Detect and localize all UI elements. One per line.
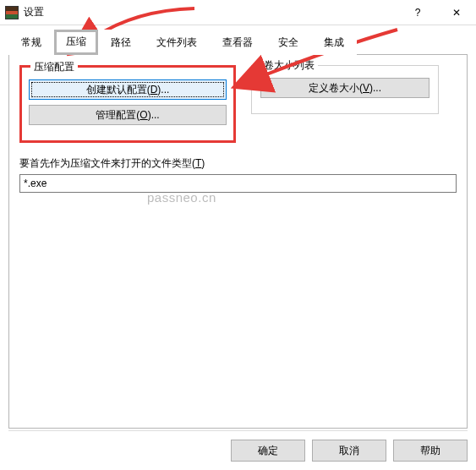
filetype-label: 要首先作为压缩文件来打开的文件类型(T)	[19, 156, 457, 171]
group-volume-sizes-legend: 卷大小列表	[260, 58, 318, 73]
group-volume-sizes: 卷大小列表 定义卷大小(V)...	[251, 65, 439, 114]
help-button[interactable]: ?	[398, 0, 437, 25]
filetype-input[interactable]	[19, 174, 457, 193]
tab-viewer[interactable]: 查看器	[210, 30, 265, 55]
tab-strip: 常规 压缩 路径 文件列表 查看器 安全 集成	[0, 25, 476, 54]
groups-row: 压缩配置 创建默认配置(D)... 管理配置(O)... 卷大小列表 定义卷大小…	[19, 65, 457, 143]
manage-profiles-button[interactable]: 管理配置(O)...	[29, 105, 227, 125]
tab-integration[interactable]: 集成	[311, 30, 357, 55]
group-compression-profiles: 压缩配置 创建默认配置(D)... 管理配置(O)...	[19, 65, 236, 143]
tab-general[interactable]: 常规	[8, 30, 54, 55]
help-button-footer[interactable]: 帮助	[393, 440, 468, 462]
titlebar-left: 设置	[5, 5, 44, 19]
tab-panel-compression: 压缩配置 创建默认配置(D)... 管理配置(O)... 卷大小列表 定义卷大小…	[8, 54, 468, 429]
window-controls: ? ✕	[398, 0, 476, 25]
tab-compression[interactable]: 压缩	[54, 30, 98, 55]
button-label: 管理配置(O)...	[96, 109, 159, 121]
create-default-profile-button[interactable]: 创建默认配置(D)...	[29, 79, 227, 100]
window-title: 设置	[24, 5, 44, 19]
tab-security[interactable]: 安全	[265, 30, 311, 55]
group-compression-profiles-legend: 压缩配置	[30, 60, 78, 74]
dialog-footer: 确定 取消 帮助	[8, 430, 468, 462]
ok-button[interactable]: 确定	[231, 440, 305, 462]
button-label: 创建默认配置(D)...	[86, 84, 170, 96]
cancel-button[interactable]: 取消	[312, 440, 386, 462]
define-volume-sizes-button[interactable]: 定义卷大小(V)...	[260, 78, 429, 98]
tab-filelist[interactable]: 文件列表	[144, 30, 210, 55]
close-button[interactable]: ✕	[437, 0, 476, 25]
tab-path[interactable]: 路径	[98, 30, 144, 55]
titlebar: 设置 ? ✕	[0, 0, 476, 25]
button-label: 定义卷大小(V)...	[309, 82, 381, 94]
app-icon	[5, 6, 19, 19]
